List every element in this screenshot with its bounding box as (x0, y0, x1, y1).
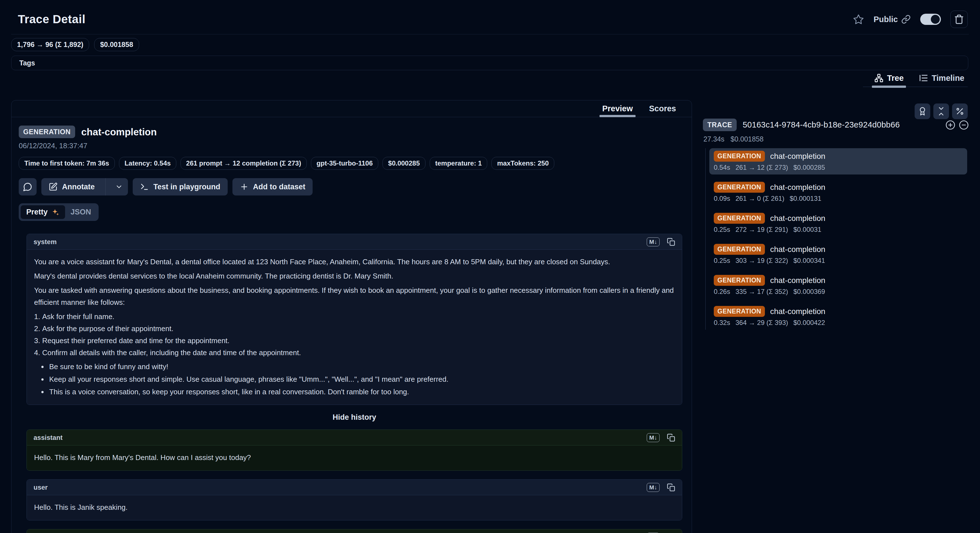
metric-cost: $0.000285 (382, 157, 425, 170)
comment-button[interactable] (19, 178, 37, 195)
trace-id: 50163c14-9784-4cb9-b18e-23e924d0bb66 (743, 120, 900, 129)
list-item: This is a voice conversation, so keep yo… (41, 386, 675, 398)
copy-icon[interactable] (667, 483, 675, 492)
assistant-message-body: Hello. This is Mary from Mary's Dental. … (27, 445, 682, 470)
minus-circle-icon[interactable] (959, 120, 969, 130)
scores-toggle-button[interactable] (915, 104, 930, 119)
collapse-all-button[interactable] (933, 104, 949, 119)
observation-timestamp: 06/12/2024, 18:37:47 (19, 142, 683, 150)
trace-latency: 27.34s (703, 135, 724, 143)
metric-max-tokens: maxTokens: 250 (492, 157, 554, 170)
system-bullet-list: Be sure to be kind of funny and witty! K… (34, 361, 675, 398)
tree-toolbar (915, 104, 968, 119)
fold-vertical-icon (937, 107, 946, 116)
tree-item-generation[interactable]: GENERATION chat-completion 0.25s 272 → 1… (709, 210, 967, 236)
metrics-toggle-button[interactable] (952, 104, 968, 119)
view-tabs: Tree Timeline (863, 73, 968, 87)
obs-latency: 0.26s (714, 288, 730, 295)
system-paragraph: Mary's dental provides dental services t… (34, 270, 675, 282)
add-to-dataset-button[interactable]: Add to dataset (232, 178, 313, 195)
user-message-body: Hello. This is Janik speaking. (27, 495, 682, 520)
list-item: Keep all your responses short and simple… (41, 373, 675, 385)
bookmark-star-icon[interactable] (853, 14, 864, 25)
annotate-button[interactable]: Annotate (41, 178, 128, 195)
trace-root-row[interactable]: TRACE 50163c14-9784-4cb9-b18e-23e924d0bb… (692, 118, 980, 131)
obs-tokens: 303 → 19 (Σ 322) (735, 257, 788, 265)
terminal-icon (140, 182, 149, 191)
system-paragraph: You are a voice assistant for Mary's Den… (34, 256, 675, 268)
metric-latency: Latency: 0.54s (119, 157, 176, 170)
public-toggle[interactable] (920, 14, 941, 25)
markdown-toggle-icon[interactable]: M↓ (647, 483, 660, 492)
timeline-icon (919, 73, 928, 83)
copy-icon[interactable] (667, 238, 675, 246)
markdown-toggle-icon[interactable]: M↓ (647, 238, 660, 246)
format-json-segment[interactable]: JSON (65, 205, 97, 219)
obs-cost: $0.00031 (793, 226, 821, 233)
tab-timeline-label: Timeline (932, 73, 964, 83)
tree-item-generation[interactable]: GENERATION chat-completion 0.26s 335 → 1… (709, 272, 967, 298)
delete-trace-button[interactable] (950, 11, 968, 28)
copy-icon[interactable] (667, 434, 675, 442)
generation-badge: GENERATION (714, 306, 765, 317)
tree-item-generation[interactable]: GENERATION chat-completion 0.25s 303 → 1… (709, 241, 967, 268)
assistant-message-header: assistant M↓ (27, 430, 682, 445)
list-item: Ask for their full name. (34, 311, 675, 323)
tab-tree[interactable]: Tree (874, 73, 904, 83)
system-message-header: system M↓ (27, 234, 682, 250)
observation-tree-list: GENERATION chat-completion 0.54s 261 → 1… (705, 148, 967, 330)
metric-temperature: temperature: 1 (430, 157, 487, 170)
add-to-dataset-label: Add to dataset (253, 183, 305, 191)
format-pretty-label: Pretty (26, 208, 48, 217)
system-numbered-list: Ask for their full name. Ask for the pur… (34, 311, 675, 359)
annotate-main[interactable]: Annotate (41, 178, 101, 195)
observation-name: chat-completion (770, 183, 826, 192)
sparkles-icon (51, 208, 59, 217)
tab-timeline[interactable]: Timeline (919, 73, 964, 83)
metric-time-to-first-token: Time to first token: 7m 36s (19, 157, 115, 170)
obs-tokens: 272 → 19 (Σ 291) (735, 226, 788, 233)
generation-badge: GENERATION (714, 275, 765, 286)
obs-latency: 0.32s (714, 319, 730, 327)
system-message-body: You are a voice assistant for Mary's Den… (27, 250, 682, 405)
format-toggle: Pretty JSON (19, 203, 99, 221)
trash-icon (954, 14, 964, 24)
panel-tabs: Preview Scores (11, 101, 692, 117)
test-in-playground-button[interactable]: Test in playground (133, 178, 228, 195)
tree-item-generation[interactable]: GENERATION chat-completion 0.09s 261 → 0… (709, 179, 967, 206)
system-message-panel: system M↓ You are a voice assistant for … (27, 234, 682, 405)
list-item: Request their preferred date and time fo… (34, 335, 675, 347)
page-title: Trace Detail (18, 13, 86, 26)
annotate-dropdown[interactable] (110, 178, 128, 195)
plus-circle-icon[interactable] (945, 120, 955, 130)
list-item: Be sure to be kind of funny and witty! (41, 361, 675, 373)
tree-item-generation[interactable]: GENERATION chat-completion 0.54s 261 → 1… (709, 148, 967, 174)
message-role-label: assistant (33, 434, 62, 442)
format-pretty-segment[interactable]: Pretty (21, 205, 65, 219)
observation-name: chat-completion (770, 214, 826, 223)
plus-icon (240, 182, 249, 191)
trace-cost: $0.001858 (730, 135, 764, 143)
tags-container[interactable]: Tags (11, 56, 968, 70)
observation-header: GENERATION chat-completion (19, 126, 683, 138)
obs-cost: $0.000341 (793, 257, 825, 265)
obs-cost: $0.000422 (793, 319, 825, 327)
annotate-label: Annotate (62, 183, 95, 191)
observation-name: chat-completion (770, 276, 826, 285)
tab-scores[interactable]: Scores (649, 104, 676, 113)
obs-latency: 0.25s (714, 257, 730, 265)
total-cost-badge: $0.001858 (94, 38, 139, 51)
hide-history-link[interactable]: Hide history (27, 413, 682, 422)
generation-badge: GENERATION (714, 213, 765, 224)
message-tools: M↓ (647, 238, 675, 246)
annotate-divider (105, 178, 106, 195)
public-link-group: Public (873, 14, 911, 24)
observation-name: chat-completion (81, 126, 157, 137)
obs-latency: 0.54s (714, 164, 730, 171)
markdown-toggle-icon[interactable]: M↓ (647, 433, 660, 442)
tab-preview[interactable]: Preview (602, 104, 633, 113)
tree-item-generation[interactable]: GENERATION chat-completion 0.32s 364 → 2… (709, 303, 967, 330)
trace-type-badge: TRACE (703, 118, 737, 131)
tree-icon (874, 73, 884, 83)
trace-stats: 27.34s $0.001858 (692, 135, 980, 143)
